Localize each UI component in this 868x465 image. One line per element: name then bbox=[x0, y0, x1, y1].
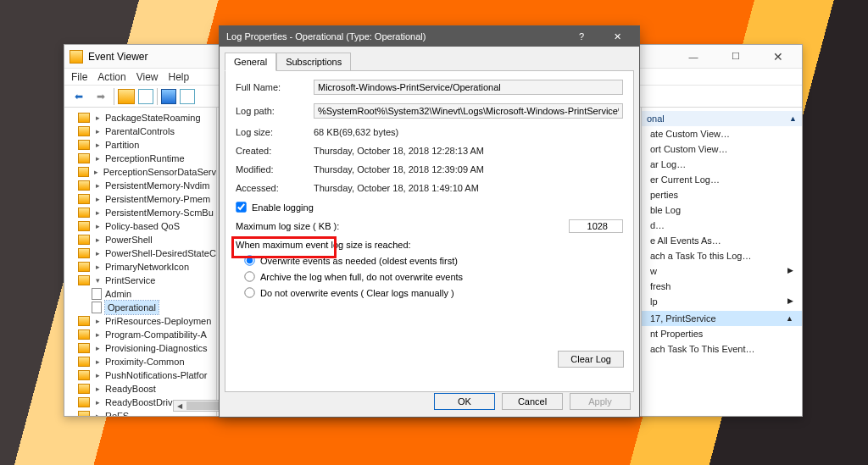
cancel-button[interactable]: Cancel bbox=[502, 393, 563, 410]
modified-label: Modified: bbox=[236, 164, 314, 174]
tree-printservice[interactable]: ▾PrintService bbox=[78, 274, 216, 287]
log-path-label: Log path: bbox=[236, 106, 314, 116]
tree-item[interactable]: ▸ParentalControls bbox=[78, 125, 216, 138]
full-name-label: Full Name: bbox=[236, 82, 314, 92]
dialog-tabs: General Subscriptions bbox=[220, 47, 639, 70]
actions-group-2[interactable]: 17, PrintService▲ bbox=[642, 311, 802, 326]
close-button[interactable]: ✕ bbox=[760, 46, 797, 68]
log-size-label: Log size: bbox=[236, 127, 314, 137]
enable-logging-label: Enable logging bbox=[252, 202, 314, 213]
tree-item[interactable]: ▸PerceptionRuntime bbox=[78, 152, 216, 165]
dialog-close-button[interactable]: ✕ bbox=[602, 27, 632, 46]
actions-item[interactable]: e All Events As… bbox=[642, 233, 802, 248]
created-label: Created: bbox=[236, 146, 314, 156]
tree-item[interactable]: ▸Proximity-Common bbox=[78, 355, 216, 368]
tab-general[interactable]: General bbox=[225, 53, 276, 71]
tree-panel[interactable]: ▸PackageStateRoaming▸ParentalControls▸Pa… bbox=[64, 108, 217, 416]
tree-item[interactable]: ▸ReadyBoost bbox=[78, 382, 216, 396]
tree-item[interactable]: ▸Program-Compatibility-A bbox=[78, 328, 216, 341]
actions-group-1[interactable]: onal▲ bbox=[642, 111, 802, 126]
accessed-label: Accessed: bbox=[236, 183, 314, 193]
radio-noclear[interactable] bbox=[244, 287, 254, 297]
tree-item[interactable]: ▸PersistentMemory-ScmBu bbox=[78, 206, 216, 219]
full-name-field[interactable] bbox=[314, 80, 623, 95]
radio-noclear-label: Do not overwrite events ( Clear logs man… bbox=[260, 288, 454, 298]
back-button[interactable]: ⬅ bbox=[70, 88, 88, 105]
actions-item[interactable]: ble Log bbox=[642, 202, 802, 218]
menu-file[interactable]: File bbox=[71, 71, 87, 83]
accessed-value: Thursday, October 18, 2018 1:49:10 AM bbox=[314, 183, 623, 193]
tree-item[interactable]: ▸PersistentMemory-Pmem bbox=[78, 192, 216, 206]
tree-item[interactable]: ▸PrimaryNetworkIcon bbox=[78, 260, 216, 274]
actions-item[interactable]: ach a Task To this Log… bbox=[642, 248, 802, 263]
max-log-size-label: Maximum log size ( KB ): bbox=[236, 221, 339, 231]
window-title: Event Viewer bbox=[88, 51, 147, 63]
enable-logging-checkbox[interactable] bbox=[236, 202, 246, 212]
when-max-label: When maximum event log size is reached: bbox=[236, 240, 623, 250]
log-size-value: 68 KB(69,632 bytes) bbox=[314, 127, 623, 137]
tree-item[interactable]: ▸PerceptionSensorDataServ bbox=[78, 165, 216, 179]
actions-item[interactable]: d… bbox=[642, 218, 802, 233]
log-properties-dialog: Log Properties - Operational (Type: Oper… bbox=[219, 25, 640, 418]
tree-item[interactable]: ▸PersistentMemory-Nvdim bbox=[78, 179, 216, 192]
toolbar-yellow-icon[interactable] bbox=[118, 89, 135, 104]
app-icon bbox=[70, 50, 83, 64]
modified-value: Thursday, October 18, 2018 12:39:09 AM bbox=[314, 164, 623, 174]
tree-operational[interactable]: Operational bbox=[92, 301, 216, 314]
tree-item[interactable]: ▸PushNotifications-Platfor bbox=[78, 368, 216, 382]
tree-item[interactable]: ▸Provisioning-Diagnostics bbox=[78, 341, 216, 355]
radio-archive[interactable] bbox=[244, 271, 254, 281]
menu-action[interactable]: Action bbox=[97, 71, 125, 83]
actions-panel: onal▲ ate Custom View…ort Custom View…ar… bbox=[641, 108, 802, 416]
tab-subscriptions[interactable]: Subscriptions bbox=[276, 53, 351, 71]
radio-archive-label: Archive the log when full, do not overwr… bbox=[260, 272, 463, 282]
dialog-help-button[interactable]: ? bbox=[566, 27, 597, 46]
actions-item[interactable]: er Current Log… bbox=[642, 172, 802, 187]
actions-item[interactable]: fresh bbox=[642, 279, 802, 294]
actions-item[interactable]: nt Properties bbox=[642, 326, 802, 341]
clear-log-button[interactable]: Clear Log bbox=[558, 351, 624, 368]
toolbar-blue-icon[interactable] bbox=[161, 89, 176, 104]
tree-admin[interactable]: Admin bbox=[92, 287, 216, 301]
radio-overwrite-label: Overwrite events as needed (oldest event… bbox=[260, 256, 458, 266]
fwd-button[interactable]: ➡ bbox=[92, 88, 110, 105]
minimize-button[interactable]: — bbox=[675, 46, 712, 68]
menu-view[interactable]: View bbox=[136, 71, 159, 83]
actions-item[interactable]: ate Custom View… bbox=[642, 126, 802, 141]
maximize-button[interactable]: ☐ bbox=[717, 46, 754, 68]
radio-overwrite[interactable] bbox=[244, 255, 254, 265]
actions-item[interactable]: lp▶ bbox=[642, 294, 802, 309]
actions-item[interactable]: perties bbox=[642, 187, 802, 202]
max-log-size-input[interactable] bbox=[569, 219, 623, 233]
tree-item[interactable]: ▸PowerShell bbox=[78, 233, 216, 246]
tree-item[interactable]: ▸Partition bbox=[78, 138, 216, 152]
apply-button[interactable]: Apply bbox=[570, 393, 631, 410]
actions-item[interactable]: w▶ bbox=[642, 263, 802, 279]
actions-item[interactable]: ach Task To This Event… bbox=[642, 341, 802, 357]
general-panel: Full Name: Log path: Log size: 68 KB(69,… bbox=[225, 70, 634, 392]
dialog-title: Log Properties - Operational (Type: Oper… bbox=[226, 31, 426, 42]
toolbar-panel-icon[interactable] bbox=[180, 89, 195, 104]
tree-item[interactable]: ▸Policy-based QoS bbox=[78, 219, 216, 233]
actions-item[interactable]: ort Custom View… bbox=[642, 141, 802, 157]
created-value: Thursday, October 18, 2018 12:28:13 AM bbox=[314, 146, 623, 156]
tree-item[interactable]: ▸PackageStateRoaming bbox=[78, 111, 216, 125]
menu-help[interactable]: Help bbox=[169, 71, 190, 83]
log-path-field[interactable] bbox=[314, 103, 623, 119]
toolbar-cyan-icon[interactable] bbox=[138, 89, 153, 104]
ok-button[interactable]: OK bbox=[434, 393, 495, 410]
dialog-titlebar[interactable]: Log Properties - Operational (Type: Oper… bbox=[220, 26, 639, 47]
actions-item[interactable]: ar Log… bbox=[642, 157, 802, 172]
tree-item[interactable]: ▸PriResources-Deploymen bbox=[78, 314, 216, 328]
tree-item[interactable]: ▸PowerShell-DesiredStateC bbox=[78, 246, 216, 260]
